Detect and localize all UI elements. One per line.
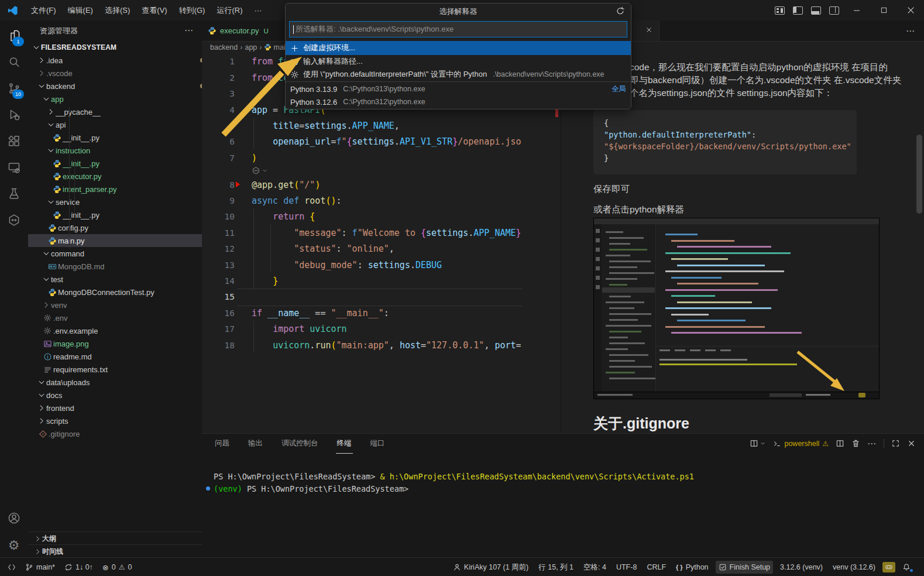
tree-item-executor.py[interactable]: executor.pyU [28,170,202,183]
activity-account-icon[interactable] [0,505,28,531]
sidebar-section-1[interactable]: 时间线 [28,544,202,557]
kill-terminal-icon[interactable] [851,439,860,448]
status-item-right-0[interactable]: KiriAky 107 (1 周前) [450,561,531,574]
tree-item-api[interactable]: api [28,118,202,131]
toggle-sidebar-icon[interactable] [793,6,803,15]
status-item-left-2[interactable]: 1↓ 0↑ [61,561,96,574]
status-item-left-3[interactable]: ⊗0⚠0 [99,561,135,574]
tree-item-__init__.py[interactable]: __init__.pyU [28,157,202,170]
breadcrumb-item[interactable]: backend [210,43,238,52]
panel-tab-端口[interactable]: 端口 [369,434,386,453]
panel-tab-调试控制台[interactable]: 调试控制台 [280,434,320,453]
status-item-left-1[interactable]: main* [22,561,58,574]
tree-item-instruction[interactable]: instruction [28,144,202,157]
tree-item-venv[interactable]: venv [28,299,202,311]
layout-grid-icon[interactable] [775,6,785,15]
status-item-right-9[interactable] [882,562,895,572]
inline-copilot-icon[interactable] [252,166,268,175]
activity-copilot-icon[interactable] [0,207,28,233]
tree-item-scripts[interactable]: scripts [28,414,202,427]
tree-item-__pycache__[interactable]: __pycache__ [28,105,202,118]
terminal-tab-chip[interactable]: powershell⚠ [773,440,829,448]
menu-item-1[interactable]: 编辑(E) [62,0,99,20]
status-item-right-3[interactable]: UTF-8 [613,561,640,574]
tree-item-command[interactable]: command [28,247,202,260]
breadcrumb-item[interactable]: app [245,43,257,52]
sidebar-section-0[interactable]: 大纲 [28,532,202,545]
activity-extensions-icon[interactable] [0,128,28,154]
status-item-right-4[interactable]: CRLF [644,561,669,574]
tree-item-service[interactable]: service [28,196,202,208]
explorer-more-icon[interactable]: ⋯ [184,25,194,36]
status-item-right-8[interactable]: venv (3.12.6) [830,561,878,574]
tree-item-data-uploads[interactable]: data\uploads [28,376,202,389]
status-item-right-6[interactable]: Finish Setup [716,561,773,574]
tree-item-MongoDB.md[interactable]: MongoDB.md [28,260,202,273]
tree-item-docs[interactable]: docs [28,389,202,402]
status-item-right-5[interactable]: { }Python [673,561,712,574]
tree-item-.env[interactable]: .env [28,311,202,324]
tree-item-.gitignore[interactable]: .gitignore [28,427,202,440]
quickpick-item-action[interactable]: 全局 [612,84,626,94]
tree-item-test[interactable]: test [28,273,202,286]
tree-item-frontend[interactable]: frontend [28,402,202,414]
tree-item-readme.md[interactable]: readme.mdM [28,350,202,363]
tree-item-app[interactable]: app [28,92,202,105]
explorer-root-folder[interactable]: FILESREADSYSTEAM [28,41,202,54]
tree-item-MongoDBConnectionTest.py[interactable]: MongoDBConnectionTest.py [28,286,202,299]
activity-debug-icon[interactable] [0,102,28,128]
tree-item-image.png[interactable]: image.pngU [28,337,202,350]
maximize-button[interactable] [870,1,897,20]
menu-item-6[interactable]: ··· [248,0,267,20]
status-item-right-7[interactable]: 3.12.6 (venv) [777,561,826,574]
status-item-right-1[interactable]: 行 15, 列 1 [535,561,576,574]
maximize-panel-icon[interactable] [891,439,900,448]
panel-tab-终端[interactable]: 终端 [336,434,353,454]
close-window-button[interactable] [897,1,924,20]
status-item-left-0[interactable] [5,561,19,574]
tree-item-__init__.py[interactable]: __init__.py [28,208,202,221]
toggle-secondary-sidebar-icon[interactable] [829,6,839,15]
minimize-button[interactable] [843,1,870,20]
status-item-right-2[interactable]: 空格: 4 [580,561,609,574]
tree-item-backend[interactable]: backend [28,80,202,92]
quickpick-item-4[interactable]: Python 3.12.6C:\Python312\python.exe [286,95,631,108]
quickpick-item-1[interactable]: 输入解释器路径... [286,55,631,68]
quickpick-item-2[interactable]: 使用 \"python.defaultInterpreterPath\" 设置中… [286,68,631,81]
quickpick-item-0[interactable]: 创建虚拟环境... [286,41,631,55]
tree-item-.vscode[interactable]: .vscode [28,67,202,80]
tree-item-requirements.txt[interactable]: requirements.txt [28,363,202,376]
menu-item-2[interactable]: 选择(S) [99,0,136,20]
tree-item-.env.example[interactable]: .env.exampleM [28,324,202,337]
tab-executor-py[interactable]: executor.py U [202,20,297,41]
activity-search-icon[interactable] [0,49,28,75]
quickpick-item-3[interactable]: Python 3.13.9C:\Python313\python.exe全局 [286,83,631,95]
tree-item-.idea[interactable]: .idea [28,54,202,67]
panel-tab-问题[interactable]: 问题 [214,434,231,453]
editor-actions-more-icon[interactable]: ⋯ [906,26,915,36]
activity-explorer-icon[interactable]: 1 [0,23,28,49]
panel-more-icon[interactable]: ⋯ [867,438,877,449]
toggle-panel-icon[interactable] [811,6,821,15]
menu-item-0[interactable]: 文件(F) [25,0,62,20]
refresh-icon[interactable] [616,6,625,18]
menu-item-3[interactable]: 查看(V) [136,0,173,20]
activity-scm-icon[interactable]: 10 [0,76,28,101]
menu-item-5[interactable]: 运行(R) [211,0,248,20]
activity-remote-icon[interactable] [0,155,28,180]
tree-item-config.py[interactable]: config.py [28,221,202,234]
activity-testing-icon[interactable] [0,181,28,207]
activity-settings-icon[interactable]: ⚙ [0,533,28,558]
quickpick-input[interactable]: 所选解释器: .\backend\venv\Scripts\python.exe [289,21,627,37]
status-item-right-10[interactable] [899,561,919,574]
preview-scrollbar[interactable] [916,135,922,214]
tree-item-__init__.py[interactable]: __init__.py [28,131,202,144]
close-tab-icon[interactable] [645,26,653,36]
menu-item-4[interactable]: 转到(G) [173,0,211,20]
panel-tab-输出[interactable]: 输出 [247,434,264,453]
close-panel-icon[interactable] [907,439,916,448]
split-terminal-icon[interactable] [836,439,844,448]
new-terminal-split-icon[interactable] [750,439,766,448]
tree-item-main.py[interactable]: main.pyM [28,234,202,247]
tree-item-intent_parser.py[interactable]: intent_parser.pyU [28,183,202,196]
